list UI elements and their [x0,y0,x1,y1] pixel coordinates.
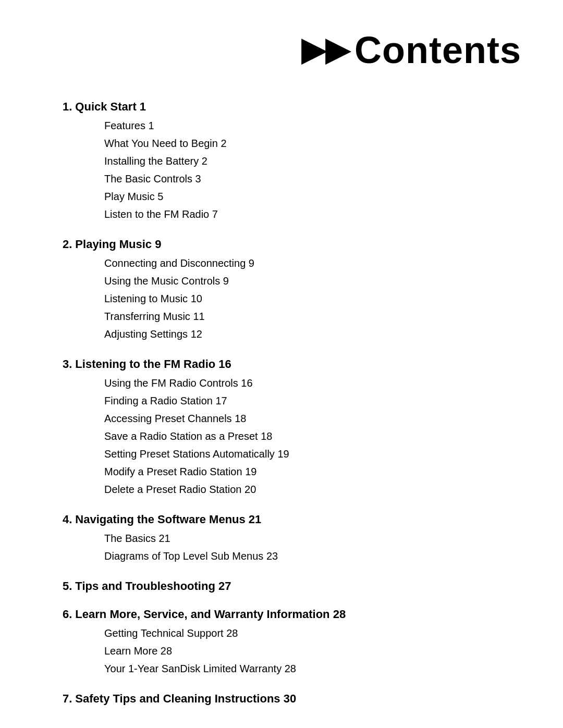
list-item: Using the FM Radio Controls 16 [104,374,521,392]
list-item: Diagrams of Top Level Sub Menus 23 [104,547,521,565]
list-item: Adjusting Settings 12 [104,325,521,343]
section-label-3: Listening to the FM Radio 16 [75,357,231,371]
list-item: Features 1 [104,117,521,134]
list-item: Learn More 28 [104,642,521,660]
toc-section-6: 6.Learn More, Service, and Warranty Info… [63,608,521,677]
section-label-6: Learn More, Service, and Warranty Inform… [75,608,346,621]
table-of-contents: 1.Quick Start 1Features 1What You Need t… [42,100,521,706]
section-heading-1: 1.Quick Start 1 [63,100,521,114]
list-item: The Basic Controls 3 [104,170,521,188]
section-number-4: 4. [63,513,72,526]
list-item: Your 1-Year SanDisk Limited Warranty 28 [104,660,521,677]
contents-icon: ▶▶ [301,34,349,66]
section-label-1: Quick Start 1 [75,100,146,114]
section-number-2: 2. [63,238,72,251]
list-item: Accessing Preset Channels 18 [104,410,521,427]
list-item: Play Music 5 [104,188,521,205]
section-items-4: The Basics 21Diagrams of Top Level Sub M… [63,529,521,565]
list-item: Listen to the FM Radio 7 [104,205,521,223]
list-item: Listening to Music 10 [104,290,521,307]
section-heading-4: 4.Navigating the Software Menus 21 [63,513,521,526]
list-item: Using the Music Controls 9 [104,272,521,290]
section-items-6: Getting Technical Support 28Learn More 2… [63,624,521,677]
toc-section-7: 7.Safety Tips and Cleaning Instructions … [63,692,521,706]
page-title: Contents [354,31,521,69]
section-label-7: Safety Tips and Cleaning Instructions 30 [75,692,296,706]
section-heading-3: 3.Listening to the FM Radio 16 [63,357,521,371]
section-heading-2: 2.Playing Music 9 [63,238,521,251]
list-item: Installing the Battery 2 [104,152,521,170]
list-item: Transferring Music 11 [104,307,521,325]
toc-section-3: 3.Listening to the FM Radio 16Using the … [63,357,521,498]
section-label-4: Navigating the Software Menus 21 [75,513,261,526]
section-number-7: 7. [63,692,72,706]
toc-section-5: 5.Tips and Troubleshooting 27 [63,579,521,593]
section-heading-7: 7.Safety Tips and Cleaning Instructions … [63,692,521,706]
list-item: Finding a Radio Station 17 [104,392,521,410]
list-item: Save a Radio Station as a Preset 18 [104,427,521,445]
section-heading-5: 5.Tips and Troubleshooting 27 [63,579,521,593]
list-item: The Basics 21 [104,529,521,547]
toc-section-1: 1.Quick Start 1Features 1What You Need t… [63,100,521,223]
section-items-1: Features 1What You Need to Begin 2Instal… [63,117,521,223]
section-label-2: Playing Music 9 [75,238,161,251]
section-items-3: Using the FM Radio Controls 16Finding a … [63,374,521,498]
toc-section-4: 4.Navigating the Software Menus 21The Ba… [63,513,521,565]
list-item: Delete a Preset Radio Station 20 [104,480,521,498]
section-number-1: 1. [63,100,72,114]
list-item: Getting Technical Support 28 [104,624,521,642]
section-number-3: 3. [63,357,72,371]
section-items-2: Connecting and Disconnecting 9Using the … [63,254,521,343]
section-heading-6: 6.Learn More, Service, and Warranty Info… [63,608,521,621]
page-header: ▶▶ Contents [42,31,521,69]
list-item: What You Need to Begin 2 [104,134,521,152]
list-item: Connecting and Disconnecting 9 [104,254,521,272]
list-item: Setting Preset Stations Automatically 19 [104,445,521,463]
section-number-6: 6. [63,608,72,621]
section-number-5: 5. [63,579,72,593]
list-item: Modify a Preset Radio Station 19 [104,463,521,480]
toc-section-2: 2.Playing Music 9Connecting and Disconne… [63,238,521,343]
section-label-5: Tips and Troubleshooting 27 [75,579,231,593]
